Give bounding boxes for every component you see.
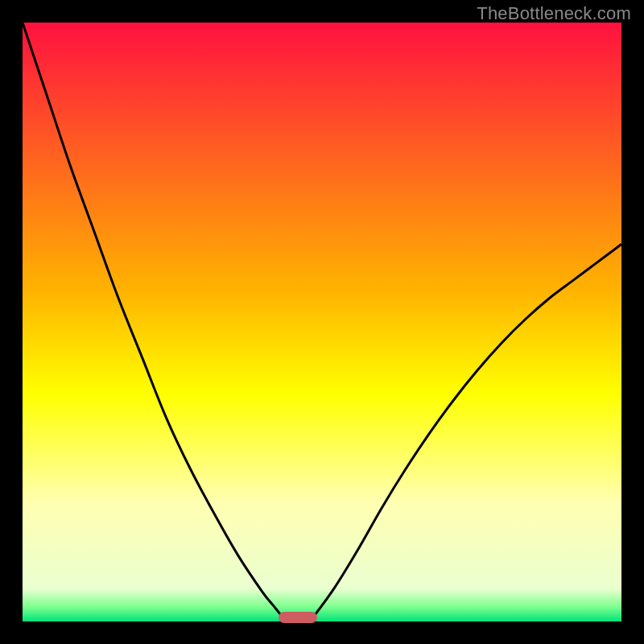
chart-canvas [23,23,621,621]
bottleneck-marker [279,612,317,623]
watermark-text: TheBottleneck.com [477,3,631,24]
chart-frame [23,23,621,621]
gradient-background [23,23,621,621]
